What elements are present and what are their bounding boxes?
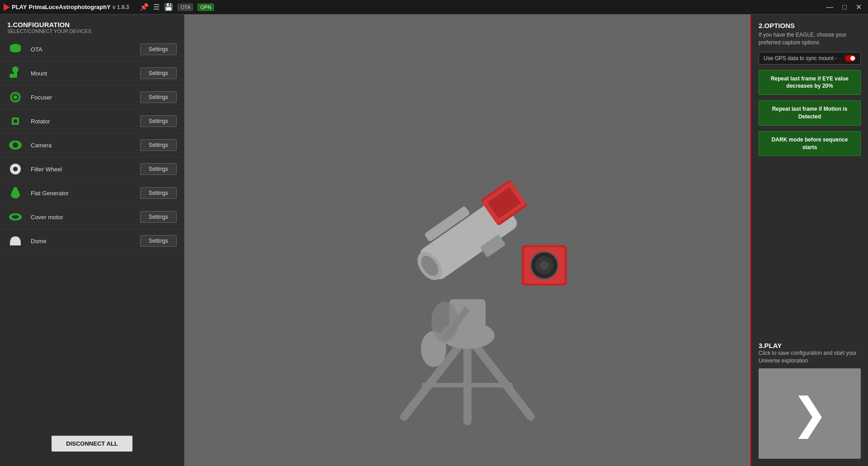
svg-point-42 (431, 301, 458, 342)
right-panel: 2.OPTIONS If you have the EAGLE, choose … (750, 14, 868, 466)
ota-badge[interactable]: OTA (178, 4, 193, 11)
camera-icon (7, 138, 24, 152)
device-item-dome: Dome Settings (0, 229, 184, 253)
svg-point-2 (10, 48, 21, 52)
app-logo: PLAY PrimaLuceAstrophotographY v 1.9.3 (4, 4, 129, 11)
device-name-camera: Camera (31, 142, 133, 149)
toolbar-icons: 📌 ☰ 💾 OTA OPN (140, 3, 214, 11)
svg-point-5 (9, 74, 14, 78)
mount-icon (7, 66, 24, 80)
device-item-focuser: Focuser Settings (0, 85, 184, 109)
device-name-flatgenerator: Flat Generator (31, 190, 133, 197)
disconnect-all-button[interactable]: DISCONNECT ALL (52, 436, 132, 452)
svg-point-8 (14, 95, 17, 99)
covermotor-icon (7, 210, 24, 224)
settings-button-filterwheel[interactable]: Settings (140, 163, 177, 175)
svg-point-17 (13, 187, 18, 192)
options-section: 2.OPTIONS If you have the EAGLE, choose … (759, 22, 861, 47)
app-version: v 1.9.3 (113, 4, 129, 10)
settings-button-flatgenerator[interactable]: Settings (140, 187, 177, 199)
gps-label: Use GPS data to sync mount - (764, 55, 837, 61)
device-item-filterwheel: Filter Wheel Settings (0, 157, 184, 181)
svg-rect-10 (14, 119, 17, 123)
device-name-ota: OTA (31, 46, 133, 53)
device-name-focuser: Focuser (31, 94, 133, 101)
rotator-icon (7, 114, 24, 128)
dome-icon (7, 234, 24, 248)
device-list: OTA Settings Mount Settings (0, 38, 184, 428)
svg-rect-4 (14, 72, 17, 78)
app-name: PrimaLuceAstrophotographY (28, 4, 110, 10)
options-title: 2.OPTIONS (759, 22, 861, 29)
play-desc: Click to save configuration and start yo… (759, 349, 861, 365)
settings-button-focuser[interactable]: Settings (140, 91, 177, 103)
save-icon[interactable]: 💾 (164, 3, 173, 11)
settings-button-ota[interactable]: Settings (140, 43, 177, 55)
device-item-ota: OTA Settings (0, 38, 184, 61)
svg-point-12 (13, 142, 18, 148)
motion-detected-option[interactable]: Repeat last frame if Motion is Detected (759, 100, 861, 126)
svg-point-19 (12, 215, 19, 219)
play-section: 3.PLAY Click to save configuration and s… (759, 342, 861, 459)
filter-icon[interactable]: ☰ (153, 3, 160, 11)
play-title: 3.PLAY (759, 342, 861, 349)
device-name-mount: Mount (31, 70, 133, 77)
spacer (759, 161, 861, 336)
play-logo-icon (4, 4, 10, 11)
settings-button-dome[interactable]: Settings (140, 235, 177, 247)
device-item-mount: Mount Settings (0, 61, 184, 85)
title-bar: PLAY PrimaLuceAstrophotographY v 1.9.3 📌… (0, 0, 868, 14)
main-layout: 1.CONFIGURATION SELECT/CONNECT YOUR DEVI… (0, 14, 868, 466)
filterwheel-icon (7, 162, 24, 176)
svg-point-41 (540, 261, 549, 270)
device-name-filterwheel: Filter Wheel (31, 166, 133, 173)
configuration-title: 1.CONFIGURATION (7, 21, 177, 28)
play-button[interactable]: ❯ (759, 368, 861, 459)
left-panel: 1.CONFIGURATION SELECT/CONNECT YOUR DEVI… (0, 14, 184, 466)
device-item-camera: Camera Settings (0, 133, 184, 157)
device-item-flatgenerator: Flat Generator Settings (0, 181, 184, 205)
telescope-image (350, 55, 585, 426)
close-button[interactable]: ✕ (853, 2, 864, 12)
device-name-covermotor: Cover motor (31, 214, 133, 221)
flatgenerator-icon (7, 186, 24, 200)
svg-point-3 (12, 66, 19, 73)
window-controls: — □ ✕ (823, 2, 864, 12)
eye-value-option[interactable]: Repeat last frame if EYE value decreases… (759, 70, 861, 95)
dark-mode-option[interactable]: DARK mode before sequence starts (759, 131, 861, 156)
telescope-background (184, 14, 750, 466)
focuser-icon (7, 90, 24, 104)
settings-button-camera[interactable]: Settings (140, 139, 177, 151)
configuration-header: 1.CONFIGURATION SELECT/CONNECT YOUR DEVI… (0, 14, 184, 38)
svg-rect-20 (10, 244, 21, 245)
settings-button-rotator[interactable]: Settings (140, 115, 177, 127)
disconnect-all-wrapper: DISCONNECT ALL (0, 428, 184, 459)
settings-button-mount[interactable]: Settings (140, 67, 177, 79)
svg-point-14 (13, 167, 18, 171)
maximize-button[interactable]: □ (840, 2, 849, 12)
pin-icon[interactable]: 📌 (140, 3, 149, 11)
opn-badge[interactable]: OPN (198, 4, 214, 11)
center-panel (184, 14, 750, 466)
device-name-rotator: Rotator (31, 118, 133, 125)
device-item-rotator: Rotator Settings (0, 109, 184, 133)
device-name-dome: Dome (31, 238, 133, 245)
configuration-subtitle: SELECT/CONNECT YOUR DEVICES (7, 28, 177, 34)
options-desc: If you have the EAGLE, choose your prefe… (759, 31, 861, 47)
play-chevron-icon: ❯ (792, 392, 828, 435)
gps-toggle-circle[interactable] (845, 55, 856, 61)
ota-icon (7, 42, 24, 56)
gps-toggle[interactable] (845, 55, 856, 61)
app-name-prefix: PLAY (12, 4, 27, 10)
gps-input-row[interactable]: Use GPS data to sync mount - (759, 52, 861, 65)
minimize-button[interactable]: — (823, 2, 836, 12)
settings-button-covermotor[interactable]: Settings (140, 211, 177, 223)
device-item-covermotor: Cover motor Settings (0, 205, 184, 229)
